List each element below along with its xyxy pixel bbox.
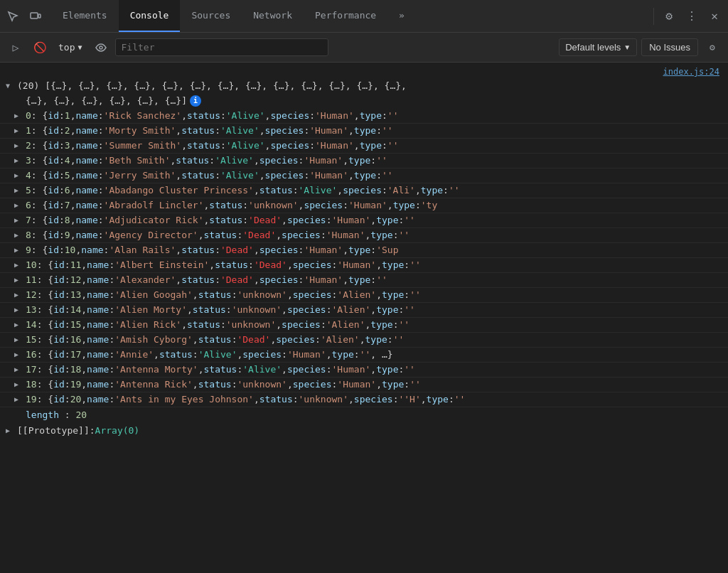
tab-bar-tabs: Elements Console Sources Network Perform… (51, 0, 651, 32)
row-toggle[interactable]: ▶ (14, 274, 24, 286)
file-reference[interactable]: index.js:24 (0, 65, 728, 78)
array-header[interactable]: ▼ (20) [{…}, {…}, {…}, {…}, {…}, {…}, {…… (0, 78, 728, 94)
row-index: 18 (26, 378, 37, 391)
prototype-value: Array(0) (95, 424, 140, 437)
row-toggle[interactable]: ▶ (14, 169, 24, 182)
length-key: length (26, 409, 59, 420)
table-row[interactable]: ▶ 3 : { id : 4 , name : 'Beth Smith' , s… (0, 154, 728, 168)
context-dropdown[interactable]: top ▼ (54, 39, 87, 55)
tab-console[interactable]: Console (119, 0, 181, 32)
svg-rect-1 (38, 14, 41, 18)
table-row[interactable]: ▶ 14 : { id : 15 , name : 'Alien Rick' ,… (0, 318, 728, 333)
tab-more[interactable]: » (387, 0, 416, 32)
more-options-icon[interactable]: ⋮ (681, 6, 702, 27)
info-badge[interactable]: i (190, 95, 201, 107)
table-row[interactable]: ▶ 13 : { id : 14 , name : 'Alien Morty' … (0, 303, 728, 318)
eye-icon[interactable] (91, 38, 111, 58)
array-summary-line2: {…}, {…}, {…}, {…}, {…}, {…}] i (0, 94, 728, 109)
row-index: 8 (26, 229, 31, 242)
array-summary: (20) [{…}, {…}, {…}, {…}, {…}, {…}, {…},… (17, 80, 407, 92)
row-index: 2 (26, 139, 31, 152)
table-row[interactable]: ▶ 4 : { id : 5 , name : 'Jerry Smith' , … (0, 168, 728, 183)
row-toggle[interactable]: ▶ (14, 259, 24, 272)
device-icon[interactable] (26, 6, 46, 26)
close-icon[interactable]: ✕ (704, 6, 725, 27)
row-index: 7 (26, 214, 31, 227)
table-row[interactable]: ▶ 10 : { id : 11 , name : 'Albert Einste… (0, 258, 728, 273)
svg-rect-0 (31, 13, 38, 18)
row-toggle[interactable]: ▶ (14, 139, 24, 152)
row-toggle[interactable]: ▶ (14, 199, 24, 212)
row-toggle[interactable]: ▶ (14, 124, 24, 137)
context-label: top (58, 42, 75, 53)
tab-bar-right-icons: ⚙ ⋮ ✕ (651, 6, 725, 27)
settings-icon[interactable]: ⚙ (658, 6, 680, 27)
console-settings-icon[interactable]: ⚙ (702, 38, 722, 58)
row-toggle[interactable]: ▶ (14, 154, 24, 167)
table-row[interactable]: ▶ 1 : { id : 2 , name : 'Morty Smith' , … (0, 124, 728, 139)
row-index: 1 (26, 124, 31, 137)
table-row[interactable]: ▶ 7 : { id : 8 , name : 'Adjudicator Ric… (0, 213, 728, 228)
row-index: 3 (26, 154, 31, 167)
table-row[interactable]: ▶ 16 : { id : 17 , name : 'Annie' , stat… (0, 348, 728, 363)
row-index: 10 (26, 259, 37, 272)
row-toggle[interactable]: ▶ (14, 333, 24, 346)
row-toggle[interactable]: ▶ (14, 363, 24, 376)
block-icon[interactable]: 🚫 (30, 38, 50, 58)
length-value: 20 (75, 409, 87, 420)
row-toggle[interactable]: ▶ (14, 244, 24, 257)
row-toggle[interactable]: ▶ (14, 229, 24, 242)
row-toggle[interactable]: ▶ (14, 214, 24, 227)
levels-dropdown[interactable]: Default levels ▼ (559, 38, 637, 56)
row-toggle[interactable]: ▶ (14, 109, 24, 122)
row-index: 0 (26, 109, 31, 122)
issues-button[interactable]: No Issues (641, 38, 698, 56)
table-row[interactable]: ▶ 12 : { id : 13 , name : 'Alien Googah'… (0, 288, 728, 303)
row-index: 11 (26, 274, 37, 286)
row-toggle[interactable]: ▶ (14, 378, 24, 391)
dropdown-arrow: ▼ (77, 43, 82, 51)
row-toggle[interactable]: ▶ (14, 318, 24, 331)
row-toggle[interactable]: ▶ (14, 393, 24, 406)
filter-input[interactable] (115, 38, 328, 56)
row-index: 5 (26, 184, 31, 197)
tab-performance[interactable]: Performance (304, 0, 387, 32)
row-toggle[interactable]: ▶ (14, 304, 24, 316)
prototype-arrow[interactable]: ▶ (6, 424, 16, 437)
table-row[interactable]: ▶ 11 : { id : 12 , name : 'Alexander' , … (0, 273, 728, 288)
console-output[interactable]: index.js:24 ▼ (20) [{…}, {…}, {…}, {…}, … (0, 63, 728, 573)
collapse-arrow[interactable]: ▼ (6, 80, 16, 92)
prototype-label: [[Prototype]] (17, 424, 90, 437)
levels-label: Default levels (565, 42, 621, 53)
table-row[interactable]: ▶ 15 : { id : 16 , name : 'Amish Cyborg'… (0, 333, 728, 348)
row-toggle[interactable]: ▶ (14, 184, 24, 197)
prototype-line[interactable]: ▶ [[Prototype]] : Array(0) (0, 423, 728, 439)
tab-network[interactable]: Network (242, 0, 304, 32)
table-row[interactable]: ▶ 9 : { id : 10 , name : 'Alan Rails' , … (0, 243, 728, 258)
row-index: 12 (26, 289, 37, 301)
table-row[interactable]: ▶ 2 : { id : 3 , name : 'Summer Smith' ,… (0, 139, 728, 154)
tab-sources[interactable]: Sources (180, 0, 242, 32)
tab-bar-left-icons (3, 6, 46, 26)
row-index: 15 (26, 333, 37, 346)
row-index: 16 (26, 348, 37, 361)
row-index: 9 (26, 244, 31, 257)
run-icon[interactable]: ▷ (6, 38, 26, 58)
table-row[interactable]: ▶ 17 : { id : 18 , name : 'Antenna Morty… (0, 363, 728, 377)
row-index: 13 (26, 304, 37, 316)
table-row[interactable]: ▶ 0 : { id : 1 , name : 'Rick Sanchez' ,… (0, 109, 728, 124)
row-toggle[interactable]: ▶ (14, 348, 24, 361)
levels-arrow: ▼ (623, 43, 631, 51)
table-row[interactable]: ▶ 19 : { id : 20 , name : 'Ants in my Ey… (0, 392, 728, 407)
row-toggle[interactable]: ▶ (14, 289, 24, 301)
table-row[interactable]: ▶ 5 : { id : 6 , name : 'Abadango Cluste… (0, 183, 728, 198)
tab-elements[interactable]: Elements (51, 0, 119, 32)
table-row[interactable]: ▶ 18 : { id : 19 , name : 'Antenna Rick'… (0, 377, 728, 392)
table-row[interactable]: ▶ 8 : { id : 9 , name : 'Agency Director… (0, 228, 728, 243)
row-index: 17 (26, 363, 37, 376)
divider (653, 8, 654, 25)
cursor-icon[interactable] (3, 6, 23, 26)
row-index: 19 (26, 393, 37, 406)
table-row[interactable]: ▶ 6 : { id : 7 , name : 'Abradolf Lincle… (0, 198, 728, 213)
row-index: 6 (26, 199, 31, 212)
